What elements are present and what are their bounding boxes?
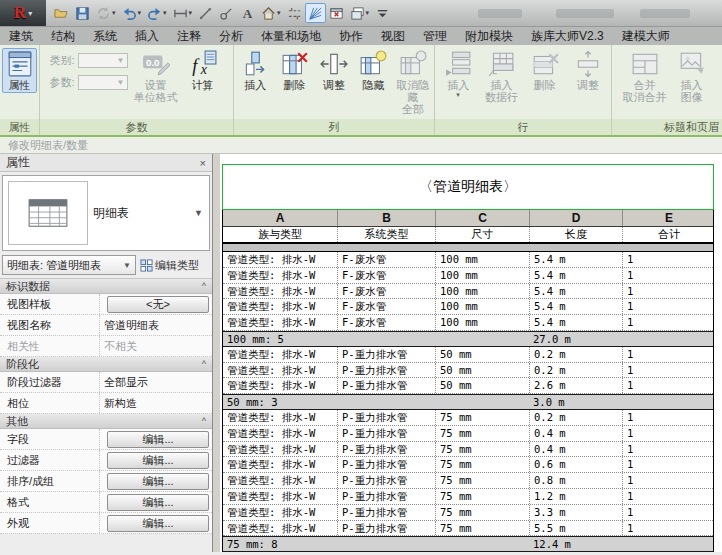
ribbon-tab-massing-site[interactable]: 体量和场地	[252, 27, 330, 45]
instance-selector[interactable]: 明细表: 管道明细表 ▼	[2, 255, 136, 275]
schedule-cell[interactable]: 1	[622, 426, 715, 441]
insert-column-button[interactable]: 插入	[236, 48, 274, 93]
schedule-cell[interactable]: 3.3 m	[529, 505, 622, 520]
column-header[interactable]: 尺寸	[435, 227, 529, 242]
schedule-cell[interactable]: P-重力排水管	[337, 426, 435, 441]
schedule-cell[interactable]: 100 mm	[435, 252, 529, 267]
schedule-cell[interactable]: 管道类型: 排水-W	[223, 268, 337, 283]
insert-image-button[interactable]: 插入 图像	[669, 48, 715, 105]
schedule-cell[interactable]: 0.2 m	[529, 347, 622, 362]
hide-column-button[interactable]: 隐藏	[354, 48, 392, 93]
schedule-cell[interactable]: 100 mm	[435, 299, 529, 314]
chevron-down-icon[interactable]: ▼	[194, 208, 209, 218]
parameter-combo-box[interactable]: ▼	[78, 75, 128, 90]
schedule-cell[interactable]: 管道类型: 排水-W	[223, 489, 337, 504]
column-letter[interactable]: E	[622, 210, 715, 226]
schedule-cell[interactable]: 100 mm	[435, 284, 529, 299]
schedule-cell[interactable]: 0.2 m	[529, 363, 622, 378]
formatting-button[interactable]: 编辑...	[107, 494, 209, 511]
column-letter[interactable]: C	[435, 210, 529, 226]
schedule-cell[interactable]: P-重力排水管	[337, 473, 435, 488]
schedule-cell[interactable]: 75 mm	[435, 521, 529, 536]
schedule-cell[interactable]: 1	[622, 378, 715, 393]
schedule-cell[interactable]: 5.4 m	[529, 284, 622, 299]
aligned-dimension-icon[interactable]	[195, 3, 216, 23]
property-group-identity-data[interactable]: 标识数据^	[0, 279, 212, 294]
save-icon[interactable]	[72, 3, 93, 23]
view-template-button[interactable]: <无>	[107, 296, 209, 313]
schedule-cell[interactable]: 0.8 m	[529, 473, 622, 488]
close-icon[interactable]: ×	[200, 157, 206, 169]
schedule-cell[interactable]: 75 mm	[435, 473, 529, 488]
schedule-cell[interactable]: P-重力排水管	[337, 521, 435, 536]
schedule-cell[interactable]: 管道类型: 排水-W	[223, 363, 337, 378]
column-letter[interactable]: B	[337, 210, 435, 226]
sync-with-central-icon[interactable]: ▾	[93, 3, 119, 23]
schedule-cell[interactable]: 管道类型: 排水-W	[223, 347, 337, 362]
ribbon-tab-structure[interactable]: 结构	[42, 27, 84, 45]
ribbon-tab-analyze[interactable]: 分析	[210, 27, 252, 45]
schedule-cell[interactable]: 2.6 m	[529, 378, 622, 393]
schedule-cell[interactable]: P-重力排水管	[337, 378, 435, 393]
thin-lines-icon[interactable]	[305, 3, 326, 23]
schedule-cell[interactable]: 管道类型: 排水-W	[223, 442, 337, 457]
schedule-cell[interactable]: 75 mm	[435, 426, 529, 441]
ribbon-tab-modeling-master[interactable]: 建模大师	[613, 27, 679, 45]
property-value[interactable]: 不相关	[100, 336, 212, 356]
unhide-all-button[interactable]: 取消隐藏 全部	[394, 48, 432, 117]
schedule-cell[interactable]: 1	[622, 268, 715, 283]
schedule-cell[interactable]: 1	[622, 252, 715, 267]
calculated-value-button[interactable]: fx计算	[180, 48, 226, 93]
schedule-cell[interactable]: 管道类型: 排水-W	[223, 473, 337, 488]
delete-column-button[interactable]: 删除	[275, 48, 313, 93]
customize-qat-icon[interactable]	[372, 3, 393, 23]
schedule-cell[interactable]: 1	[622, 505, 715, 520]
insert-row-button[interactable]: 插入▾	[437, 48, 479, 100]
open-icon[interactable]	[51, 3, 72, 23]
schedule-cell[interactable]: F-废水管	[337, 268, 435, 283]
edit-type-button[interactable]: 编辑类型	[140, 255, 210, 275]
ribbon-tab-architecture[interactable]: 建筑	[0, 27, 42, 45]
property-group-other[interactable]: 其他^	[0, 414, 212, 429]
schedule-cell[interactable]: 1	[622, 363, 715, 378]
property-value[interactable]: 管道明细表	[100, 315, 212, 335]
schedule-cell[interactable]: P-重力排水管	[337, 489, 435, 504]
column-header[interactable]: 系统类型	[337, 227, 435, 242]
resize-column-button[interactable]: 调整	[315, 48, 353, 93]
appearance-button[interactable]: 编辑...	[107, 515, 209, 532]
schedule-cell[interactable]: 5.5 m	[529, 521, 622, 536]
fields-button[interactable]: 编辑...	[107, 431, 209, 448]
schedule-cell[interactable]: 0.6 m	[529, 457, 622, 472]
schedule-cell[interactable]: 0.4 m	[529, 442, 622, 457]
filter-button[interactable]: 编辑...	[107, 452, 209, 469]
schedule-cell[interactable]: F-废水管	[337, 252, 435, 267]
schedule-cell[interactable]: 75 mm	[435, 505, 529, 520]
redo-icon[interactable]: ▾	[144, 3, 170, 23]
ribbon-tab-annotate[interactable]: 注释	[168, 27, 210, 45]
schedule-cell[interactable]: 5.4 m	[529, 315, 622, 330]
tag-by-category-icon[interactable]	[216, 3, 237, 23]
ribbon-tab-insert[interactable]: 插入	[126, 27, 168, 45]
schedule-cell[interactable]: 0.2 m	[529, 410, 622, 425]
schedule-cell[interactable]: 1	[622, 442, 715, 457]
column-header[interactable]: 长度	[529, 227, 622, 242]
insert-data-row-button[interactable]: 插入 数据行	[480, 48, 522, 105]
schedule-cell[interactable]: 75 mm	[435, 489, 529, 504]
ribbon-tab-manage[interactable]: 管理	[414, 27, 456, 45]
clear-cell-button[interactable]: 清除 单元格	[716, 48, 722, 105]
schedule-cell[interactable]: 管道类型: 排水-W	[223, 505, 337, 520]
schedule-cell[interactable]: 管道类型: 排水-W	[223, 315, 337, 330]
schedule-cell[interactable]: 管道类型: 排水-W	[223, 410, 337, 425]
default-3d-view-icon[interactable]: ▾	[258, 3, 284, 23]
category-combo-box[interactable]: ▼	[78, 53, 128, 68]
schedule-cell[interactable]: 1	[622, 489, 715, 504]
schedule-cell[interactable]: P-重力排水管	[337, 457, 435, 472]
schedule-cell[interactable]: 100 mm	[435, 268, 529, 283]
merge-unmerge-button[interactable]: 合并 取消合并	[622, 48, 668, 105]
schedule-cell[interactable]: 100 mm	[435, 315, 529, 330]
schedule-cell[interactable]: 管道类型: 排水-W	[223, 378, 337, 393]
schedule-cell[interactable]: P-重力排水管	[337, 363, 435, 378]
schedule-cell[interactable]: P-重力排水管	[337, 505, 435, 520]
property-group-phasing[interactable]: 阶段化^	[0, 357, 212, 372]
schedule-cell[interactable]: 75 mm	[435, 457, 529, 472]
